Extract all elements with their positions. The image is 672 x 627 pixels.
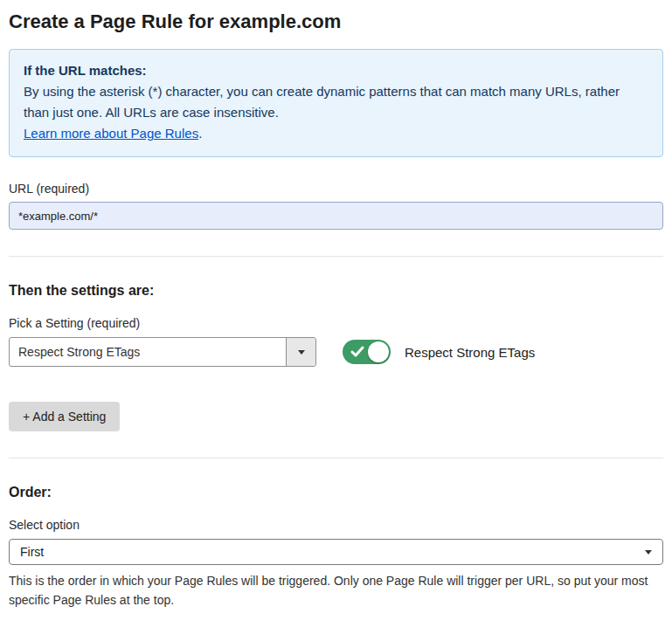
info-link-line: Learn more about Page Rules. [24,123,648,144]
setting-dropdown-value: Respect Strong ETags [10,338,286,366]
order-select-value: First [20,545,44,559]
check-icon [350,346,364,362]
toggle-knob [368,341,389,362]
setting-dropdown[interactable]: Respect Strong ETags [9,337,316,367]
pick-setting-label: Pick a Setting (required) [9,316,663,330]
url-label: URL (required) [9,182,663,196]
order-select-label: Select option [9,518,663,532]
url-match-info-box: If the URL matches: By using the asteris… [9,49,663,157]
divider [9,458,663,458]
chevron-down-icon [298,350,305,355]
page-rules-help-link[interactable]: Learn more about Page Rules [24,126,198,141]
info-heading: If the URL matches: [24,60,648,81]
order-help-text: This is the order in which your Page Rul… [9,572,659,610]
add-setting-button[interactable]: + Add a Setting [9,402,120,431]
etags-toggle[interactable] [343,340,391,364]
order-select[interactable]: First [9,539,663,565]
order-heading: Order: [9,485,663,500]
page-title: Create a Page Rule for example.com [9,10,663,33]
url-input[interactable] [9,202,663,230]
toggle-label: Respect Strong ETags [405,345,535,360]
setting-row: Respect Strong ETags Respect Strong ETag… [9,337,663,367]
page-rule-form: Create a Page Rule for example.com If th… [0,0,672,627]
settings-heading: Then the settings are: [9,283,663,299]
dropdown-caret-button[interactable] [286,338,315,366]
link-suffix: . [198,126,202,141]
select-caret-icon [645,550,652,555]
info-body: By using the asterisk (*) character, you… [24,81,648,123]
divider [9,256,663,257]
